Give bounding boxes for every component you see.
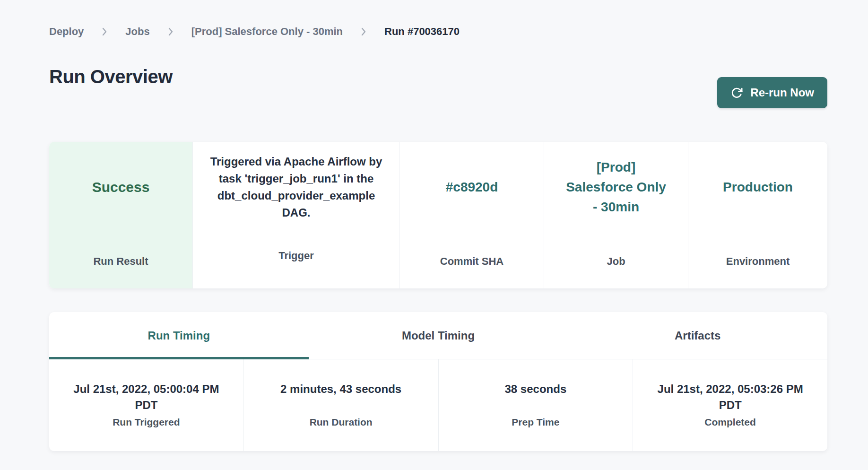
run-duration-card: 2 minutes, 43 seconds Run Duration (244, 359, 439, 451)
run-duration-label: Run Duration (257, 417, 425, 428)
run-result-value: Success (92, 177, 150, 197)
run-summary-cards: Success Run Result Triggered via Apache … (49, 142, 827, 288)
tab-bar: Run Timing Model Timing Artifacts (49, 312, 827, 359)
run-triggered-label: Run Triggered (62, 417, 230, 428)
chevron-right-icon (102, 27, 107, 36)
tab-run-timing[interactable]: Run Timing (49, 312, 309, 359)
completed-card: Jul 21st, 2022, 05:03:26 PM PDT Complete… (633, 359, 827, 451)
run-triggered-value: Jul 21st, 2022, 05:00:04 PM PDT (62, 381, 230, 415)
prep-time-card: 38 seconds Prep Time (439, 359, 634, 451)
environment-link[interactable]: Production (723, 177, 793, 197)
trigger-label: Trigger (193, 250, 399, 262)
page-title: Run Overview (49, 65, 173, 88)
run-result-card: Success Run Result (49, 142, 193, 288)
chevron-right-icon (361, 27, 366, 36)
completed-label: Completed (646, 417, 814, 428)
page-header: Run Overview Re-run Now (49, 65, 827, 108)
completed-value: Jul 21st, 2022, 05:03:26 PM PDT (646, 381, 814, 415)
breadcrumb-item-jobs[interactable]: Jobs (125, 26, 149, 38)
breadcrumb-item-job-name[interactable]: [Prod] Salesforce Only - 30min (191, 26, 343, 38)
prep-time-value: 38 seconds (452, 381, 620, 415)
job-card: [Prod] Salesforce Only - 30min Job (544, 142, 688, 288)
environment-label: Environment (688, 255, 827, 268)
run-triggered-card: Jul 21st, 2022, 05:00:04 PM PDT Run Trig… (49, 359, 244, 451)
run-timing-panel: Jul 21st, 2022, 05:00:04 PM PDT Run Trig… (49, 359, 827, 451)
trigger-card: Triggered via Apache Airflow by task 'tr… (193, 142, 400, 288)
chevron-right-icon (168, 27, 174, 36)
tab-artifacts[interactable]: Artifacts (568, 312, 827, 359)
rerun-now-button[interactable]: Re-run Now (717, 77, 827, 108)
commit-sha-card: #c8920d Commit SHA (400, 142, 544, 288)
breadcrumb-item-run-number: Run #70036170 (384, 26, 460, 38)
commit-sha-link[interactable]: #c8920d (446, 177, 498, 197)
environment-card: Production Environment (688, 142, 827, 288)
tab-model-timing[interactable]: Model Timing (309, 312, 568, 359)
rerun-now-label: Re-run Now (750, 86, 814, 99)
page-container: Deploy Jobs [Prod] Salesforce Only - 30m… (49, 0, 827, 451)
refresh-icon (730, 87, 743, 99)
job-link[interactable]: [Prod] Salesforce Only - 30min (564, 157, 668, 217)
job-label: Job (544, 255, 688, 268)
breadcrumb-item-deploy[interactable]: Deploy (49, 26, 84, 38)
run-duration-value: 2 minutes, 43 seconds (257, 381, 425, 415)
breadcrumb: Deploy Jobs [Prod] Salesforce Only - 30m… (49, 0, 827, 38)
prep-time-label: Prep Time (452, 417, 620, 428)
trigger-value: Triggered via Apache Airflow by task 'tr… (204, 153, 388, 221)
commit-sha-label: Commit SHA (400, 255, 544, 268)
run-detail-panel: Run Timing Model Timing Artifacts Jul 21… (49, 312, 827, 451)
run-result-label: Run Result (49, 255, 192, 268)
